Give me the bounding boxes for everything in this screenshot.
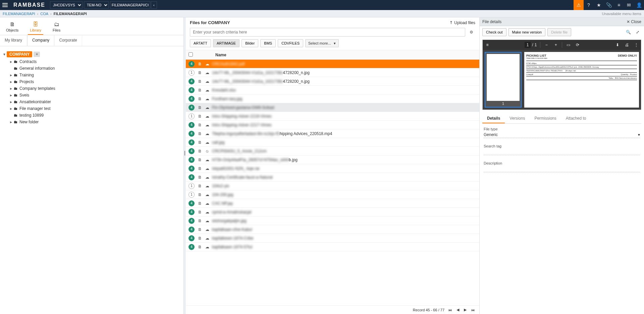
- tree-node-label[interactable]: Training: [19, 73, 34, 77]
- download-icon[interactable]: ⬇: [613, 43, 622, 47]
- tree-node[interactable]: ▸🖿Contracts: [9, 58, 181, 65]
- pager-next-icon[interactable]: ▶: [463, 308, 468, 312]
- new-version-button[interactable]: Make new version: [508, 28, 546, 36]
- zoom-out-icon[interactable]: −: [542, 43, 551, 47]
- tree-root[interactable]: ▾ COMPANY +: [2, 50, 181, 58]
- tree-node-label[interactable]: File manager test: [19, 106, 51, 111]
- caret-right-icon[interactable]: [9, 113, 13, 118]
- list-icon[interactable]: ≡: [614, 0, 624, 10]
- path-input[interactable]: [110, 1, 150, 9]
- file-row[interactable]: 4 🗎 ☁ kapfalkawn-1874-57lul: [186, 243, 479, 251]
- tab-details[interactable]: Details: [482, 114, 505, 123]
- more-icon[interactable]: ⋮: [632, 43, 641, 47]
- pdf-page-view[interactable]: PICKING LIST DEMO ONLY! TEM 000-COA/100.…: [524, 52, 639, 108]
- pdf-page-current[interactable]: 1: [525, 42, 531, 48]
- env-select[interactable]: JHCDEVSYS: [50, 1, 83, 9]
- tab-library[interactable]: 🗄 Library: [28, 20, 43, 35]
- col-name[interactable]: Name: [198, 53, 226, 57]
- path-go-button[interactable]: ‹: [151, 1, 157, 9]
- tree-node-label[interactable]: Projects: [19, 79, 34, 84]
- tree-node-label[interactable]: General information: [19, 66, 55, 71]
- pager-first-icon[interactable]: ⏮: [447, 308, 453, 312]
- caret-right-icon[interactable]: [9, 66, 13, 71]
- description-input[interactable]: [484, 166, 640, 172]
- file-row[interactable]: 4 🗎 ☁ cpmd-a-Amalinskacjal: [186, 208, 479, 216]
- caret-right-icon[interactable]: ▸: [9, 59, 13, 64]
- breadcrumb-link[interactable]: FILEMANAGERAPI: [3, 12, 35, 16]
- pdf-thumbnail[interactable]: 1: [485, 52, 522, 108]
- file-row[interactable]: 1 🗎 ☁ 104-200.jpg: [186, 190, 479, 199]
- user-icon[interactable]: 👤: [634, 0, 644, 10]
- warning-icon[interactable]: ⚠: [574, 0, 584, 10]
- tree-node[interactable]: ▸🖿Training: [9, 72, 181, 78]
- caret-down-icon[interactable]: ▾: [2, 52, 7, 57]
- tree-node-label[interactable]: testing 10899: [19, 113, 44, 118]
- file-row[interactable]: 4 🗎 ☁ kapfalkewn-1874-Cribe: [186, 234, 479, 243]
- root-label[interactable]: COMPANY: [7, 51, 32, 57]
- filter-button[interactable]: Bilder: [241, 39, 258, 47]
- caret-right-icon[interactable]: ▸: [9, 100, 13, 104]
- file-row[interactable]: 1 🗎 ☁ Intro-Shipping-Adver-2219-Vimes: [186, 112, 479, 121]
- file-row[interactable]: 4 🗎 ⦸ CRCP0043U_5_Annie_212cm: [186, 147, 479, 155]
- caret-right-icon[interactable]: ▸: [9, 79, 13, 84]
- caret-right-icon[interactable]: ▸: [9, 120, 13, 124]
- expand-icon[interactable]: ⤢: [634, 28, 641, 36]
- subtab-corporate[interactable]: Corporate: [54, 35, 82, 46]
- subtab-company[interactable]: Company: [27, 35, 54, 46]
- print-icon[interactable]: 🖨: [622, 43, 632, 47]
- pager-prev-icon[interactable]: ◀: [455, 308, 460, 312]
- tree-node[interactable]: 🖿testing 10899: [9, 112, 181, 119]
- tree-node[interactable]: ▸🖿New folder: [9, 119, 181, 125]
- lang-select[interactable]: TEM-NO: [84, 1, 109, 9]
- select-all-checkbox[interactable]: [189, 52, 193, 57]
- file-row[interactable]: 4 🗎 ☁ wtshorgakpaljm.jpg: [186, 216, 479, 225]
- filter-button[interactable]: BMS: [260, 39, 276, 47]
- tab-versions[interactable]: Versions: [505, 114, 530, 123]
- tab-objects[interactable]: 🗎 Objects: [4, 20, 20, 35]
- unavailable-menu-link[interactable]: Unavailable menu items: [602, 12, 641, 16]
- file-row[interactable]: 4 🗎 ☁ CAC.NP.jay: [186, 199, 479, 208]
- filter-button[interactable]: CDVFILES: [278, 39, 303, 47]
- tree-node[interactable]: 🖿General information: [9, 65, 181, 72]
- close-button[interactable]: ✕ Close: [627, 19, 641, 24]
- tree-node-label[interactable]: Sveis: [19, 93, 29, 98]
- help-icon[interactable]: ?: [584, 0, 594, 10]
- hamburger-icon[interactable]: [0, 0, 10, 10]
- file-row[interactable]: 4 🗎 ☁ 14x77-ML_20043044-V1d1a_1021739z47…: [186, 77, 479, 86]
- tree-node-label[interactable]: Company templates: [19, 86, 55, 91]
- file-row[interactable]: 4 🗎 ☁ Kresdahl.xlsx: [186, 86, 479, 95]
- filter-button[interactable]: ARTIMAGE: [213, 39, 239, 47]
- subtab-my-library[interactable]: My library: [0, 35, 27, 46]
- tab-permissions[interactable]: Permissions: [530, 114, 561, 123]
- tree-node-label[interactable]: Contracts: [19, 59, 37, 64]
- caret-right-icon[interactable]: ▸: [9, 73, 13, 77]
- search-input[interactable]: [190, 28, 465, 37]
- fit-page-icon[interactable]: ▭: [564, 43, 573, 47]
- caret-right-icon[interactable]: ▸: [9, 93, 13, 98]
- file-row[interactable]: 4 🗎 ☁ Tilepha-inguryafterladast-8in-iu1k…: [186, 129, 479, 138]
- tree-node[interactable]: ▸🖿Ansattekontrakter: [9, 99, 181, 105]
- search-tag-input[interactable]: [484, 149, 640, 155]
- rotate-icon[interactable]: ⟳: [573, 43, 582, 47]
- tab-attached-to[interactable]: Attached to: [561, 114, 591, 123]
- zoom-in-icon[interactable]: +: [551, 43, 560, 47]
- file-row[interactable]: 4 🗎 ☁ Fordham-tary.jpg: [186, 95, 479, 103]
- filter-select-more[interactable]: Select more... ▾: [305, 39, 339, 47]
- tree-node[interactable]: ▸🖿Company templates: [9, 85, 181, 92]
- breadcrumb-link[interactable]: COA: [40, 12, 48, 16]
- file-row[interactable]: 4 🗎 ☁ CRCAuth1942.pdf: [186, 60, 479, 68]
- tree-node[interactable]: ▸🖿Sveis: [9, 92, 181, 99]
- file-row[interactable]: 1 🗎 ☁ 14x77-ML_20043044-V1d1a_1021739z47…: [186, 68, 479, 77]
- checkout-button[interactable]: Check out: [482, 28, 506, 36]
- tree-node-label[interactable]: New folder: [19, 120, 39, 124]
- caret-right-icon[interactable]: ▸: [9, 86, 13, 91]
- attachment-icon[interactable]: 📎: [604, 0, 614, 10]
- mail-icon[interactable]: ✉: [624, 0, 634, 10]
- search-icon[interactable]: 🔍: [625, 28, 632, 36]
- file-row[interactable]: 1 🗎 ☁ 104x2-yix: [186, 182, 479, 190]
- splitter[interactable]: [184, 17, 186, 314]
- tree-node[interactable]: ▸🖿Projects: [9, 78, 181, 85]
- upload-files-button[interactable]: ⤒ Upload files: [449, 20, 475, 25]
- tab-files[interactable]: 🗂 Files: [51, 20, 62, 35]
- caret-right-icon[interactable]: ▸: [9, 106, 13, 111]
